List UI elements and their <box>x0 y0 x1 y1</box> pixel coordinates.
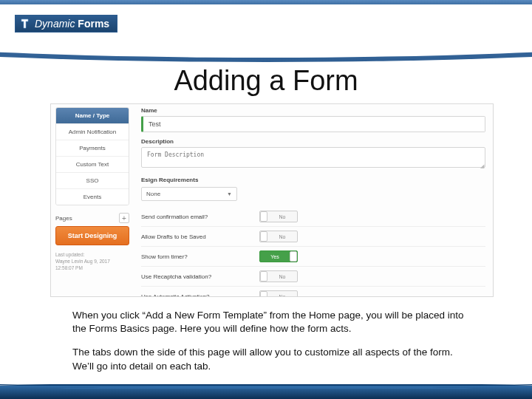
esign-label: Esign Requirements <box>141 177 485 183</box>
paragraph-2: The tabs down the side of this page will… <box>72 346 473 372</box>
esign-select[interactable]: None ▼ <box>141 187 237 201</box>
name-label: Name <box>141 107 485 114</box>
tab-sso[interactable]: SSO <box>56 173 129 189</box>
setting-label: Send confirmation email? <box>141 214 259 220</box>
toggle-allow-drafts[interactable]: No <box>259 231 298 242</box>
toggle-handle-icon <box>290 251 297 262</box>
last-updated: Last updated: Wayne Levin Aug 9, 2017 12… <box>55 251 129 271</box>
tab-events[interactable]: Events <box>56 189 129 205</box>
last-updated-time: 12:58:07 PM <box>55 265 129 271</box>
toggle-recaptcha[interactable]: No <box>259 270 298 282</box>
toggle-handle-icon <box>260 271 267 282</box>
tab-name-type[interactable]: Name / Type <box>56 108 129 124</box>
pages-heading: Pages <box>55 215 72 222</box>
toggle-handle-icon <box>260 231 267 242</box>
toggle-confirmation-email[interactable]: No <box>259 211 298 222</box>
toggle-handle-icon <box>260 211 267 222</box>
form-basics-panel: Name Description ◢ Esign Requirements No… <box>134 104 493 296</box>
setting-label: Allow Drafts to be Saved <box>141 233 259 240</box>
start-designing-button[interactable]: Start Designing <box>55 226 129 245</box>
app-screenshot: Name / Type Admin Notification Payments … <box>50 103 494 297</box>
esign-value: None <box>146 191 160 197</box>
chevron-down-icon: ▼ <box>227 191 232 197</box>
paragraph-1: When you click “Add a New Form Template”… <box>72 309 473 335</box>
brand-text: Dynamic Forms <box>35 18 109 30</box>
description-input[interactable] <box>141 147 485 168</box>
toggle-form-timer[interactable]: Yes <box>259 250 298 262</box>
add-page-button[interactable]: + <box>119 213 129 223</box>
description-label: Description <box>141 138 485 145</box>
name-input[interactable] <box>141 116 485 132</box>
tab-custom-text[interactable]: Custom Text <box>56 157 129 173</box>
setting-label: Use Automatic Activation? <box>141 293 259 297</box>
setting-label: Show form timer? <box>141 253 259 260</box>
toggle-auto-activation[interactable]: No <box>259 290 298 296</box>
brand-logo: Dynamic Forms <box>13 13 123 34</box>
sidebar: Name / Type Admin Notification Payments … <box>51 104 134 296</box>
tab-admin-notif[interactable]: Admin Notification <box>56 124 129 140</box>
brand-mark-icon <box>20 18 32 30</box>
slide: Dynamic Forms Adding a Form Name / Type … <box>0 0 532 399</box>
footer-bar <box>0 386 532 399</box>
slide-body: When you click “Add a New Form Template”… <box>72 309 473 383</box>
tab-payments[interactable]: Payments <box>56 140 129 157</box>
footer-swoosh-icon <box>0 381 532 395</box>
setting-label: Use Recaptcha validation? <box>141 273 259 280</box>
slide-title: Adding a Form <box>0 65 532 97</box>
side-tabs: Name / Type Admin Notification Payments … <box>55 107 129 205</box>
toggle-handle-icon <box>260 291 267 296</box>
last-updated-by: Wayne Levin Aug 9, 2017 <box>55 258 129 265</box>
last-updated-label: Last updated: <box>55 251 129 258</box>
